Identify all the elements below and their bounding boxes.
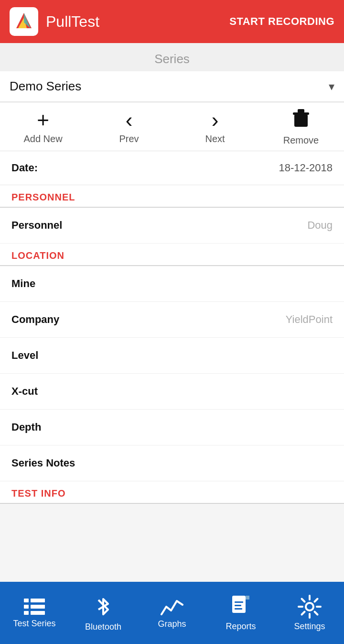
chevron-down-icon: ▾ — [329, 80, 334, 93]
settings-icon — [298, 595, 322, 619]
series-dropdown[interactable]: Demo Series ▾ — [0, 71, 344, 102]
svg-point-20 — [306, 603, 313, 611]
svg-rect-7 — [24, 599, 29, 602]
personnel-section-header: PERSONNEL — [0, 185, 344, 207]
nav-bluetooth-label: Bluetooth — [85, 622, 121, 632]
series-label: Series — [0, 43, 344, 71]
personnel-field-name: Personnel — [11, 219, 62, 232]
location-section-header: LOCATION — [0, 244, 344, 266]
depth-field-name: Depth — [11, 421, 41, 433]
next-icon: › — [212, 110, 219, 131]
graph-icon — [161, 597, 183, 616]
reports-icon — [231, 595, 250, 619]
dropdown-value: Demo Series — [10, 79, 81, 94]
svg-line-26 — [315, 611, 318, 614]
level-field-row[interactable]: Level — [0, 338, 344, 374]
content-area: Date: 18-12-2018 PERSONNEL Personnel Dou… — [0, 151, 344, 582]
nav-settings[interactable]: Settings — [275, 582, 344, 644]
personnel-field-row[interactable]: Personnel Doug — [0, 208, 344, 244]
app-logo — [10, 7, 38, 36]
svg-line-25 — [302, 599, 305, 601]
start-recording-button[interactable]: START RECORDING — [229, 15, 334, 28]
svg-rect-18 — [235, 605, 241, 606]
nav-graphs[interactable]: Graphs — [138, 582, 206, 644]
add-new-label: Add New — [23, 133, 62, 144]
level-field-name: Level — [11, 349, 38, 362]
header-left: PullTest — [10, 7, 99, 36]
svg-line-27 — [315, 599, 318, 601]
svg-rect-8 — [31, 599, 45, 602]
nav-reports-label: Reports — [226, 622, 256, 632]
bottom-nav: Test Series Bluetooth Graphs — [0, 582, 344, 644]
test-info-title: TEST INFO — [11, 488, 65, 499]
nav-reports[interactable]: Reports — [206, 582, 275, 644]
svg-rect-9 — [24, 605, 29, 609]
personnel-title: PERSONNEL — [11, 192, 75, 202]
app-header: PullTest START RECORDING — [0, 0, 344, 43]
test-info-section-header: TEST INFO — [0, 481, 344, 503]
trash-icon — [292, 108, 310, 132]
mine-field-row[interactable]: Mine — [0, 266, 344, 302]
prev-button[interactable]: ‹ Prev — [86, 110, 172, 144]
company-field-value: YieldPoint — [286, 313, 333, 326]
date-label: Date: — [11, 162, 38, 174]
svg-rect-17 — [235, 601, 243, 603]
svg-rect-19 — [235, 608, 242, 610]
app-title: PullTest — [46, 13, 99, 31]
test-info-divider — [0, 503, 344, 504]
remove-button[interactable]: Remove — [258, 108, 344, 146]
next-button[interactable]: › Next — [172, 110, 258, 144]
next-label: Next — [205, 133, 225, 144]
svg-rect-11 — [24, 611, 29, 615]
nav-test-series[interactable]: Test Series — [0, 582, 69, 644]
svg-rect-16 — [246, 596, 249, 600]
add-icon: + — [37, 110, 49, 131]
company-field-name: Company — [11, 313, 59, 326]
bluetooth-icon — [95, 594, 112, 619]
toolbar: + Add New ‹ Prev › Next Remove — [0, 103, 344, 151]
xcut-field-name: X-cut — [11, 385, 38, 398]
nav-bluetooth[interactable]: Bluetooth — [69, 582, 138, 644]
remove-label: Remove — [283, 135, 319, 146]
nav-graphs-label: Graphs — [158, 619, 186, 629]
company-field-row[interactable]: Company YieldPoint — [0, 302, 344, 338]
svg-rect-14 — [232, 596, 246, 613]
svg-rect-12 — [31, 611, 45, 615]
svg-rect-5 — [298, 109, 304, 113]
series-notes-field-row[interactable]: Series Notes — [0, 445, 344, 481]
nav-settings-label: Settings — [294, 622, 325, 632]
personnel-field-value: Doug — [307, 219, 333, 232]
svg-rect-6 — [294, 114, 308, 127]
xcut-field-row[interactable]: X-cut — [0, 374, 344, 410]
nav-test-series-label: Test Series — [13, 619, 55, 629]
add-new-button[interactable]: + Add New — [0, 110, 86, 144]
mine-field-name: Mine — [11, 278, 35, 290]
location-title: LOCATION — [11, 250, 64, 261]
svg-line-28 — [302, 611, 305, 614]
date-row: Date: 18-12-2018 — [0, 151, 344, 185]
list-icon — [24, 598, 45, 616]
date-value: 18-12-2018 — [279, 162, 333, 174]
series-notes-field-name: Series Notes — [11, 457, 75, 469]
prev-label: Prev — [119, 133, 139, 144]
svg-rect-10 — [31, 605, 45, 609]
depth-field-row[interactable]: Depth — [0, 410, 344, 445]
prev-icon: ‹ — [126, 110, 133, 131]
